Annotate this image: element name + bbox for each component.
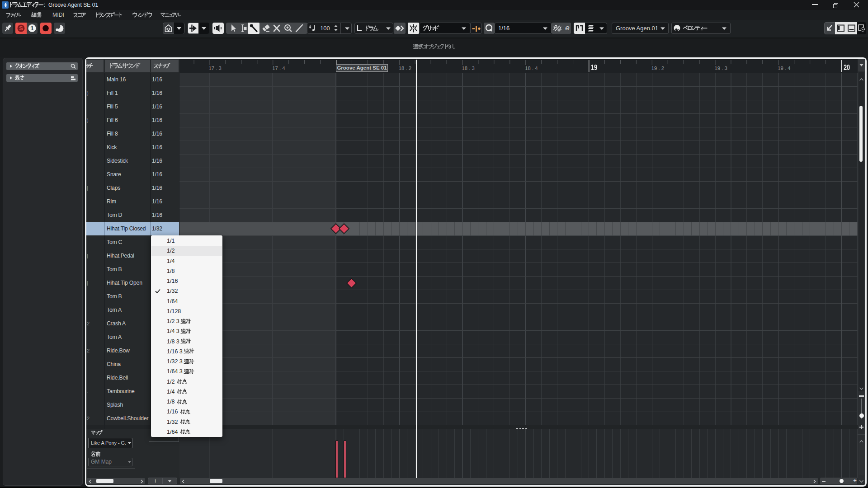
svg-text:1: 1 — [30, 25, 34, 32]
svg-text:S: S — [19, 25, 23, 32]
